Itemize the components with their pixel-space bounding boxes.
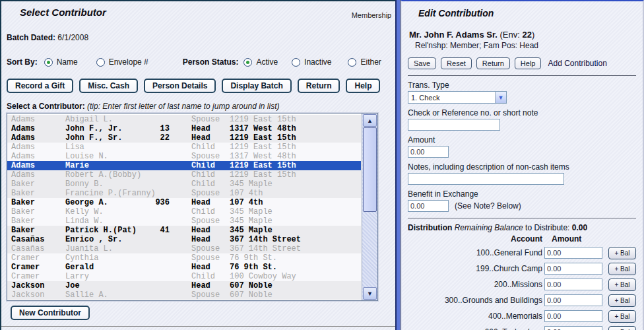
list-item[interactable]: Adams Louise N. Spouse 1317 West 48th xyxy=(7,152,361,161)
radio-label: Envelope # xyxy=(109,57,148,67)
cell-first-name: Juanita L. xyxy=(65,244,151,253)
list-scrollbar[interactable]: ▲ ▼ xyxy=(362,114,377,300)
list-item[interactable]: Jackson Joe Head 607 Noble xyxy=(7,281,361,290)
list-item[interactable]: Cramer Gerald Head 76 9th St. xyxy=(7,263,361,272)
benefit-input[interactable] xyxy=(408,200,449,212)
radio-icon[interactable] xyxy=(44,58,53,67)
list-item[interactable]: Cramer Larry Child 100 Cowboy Way xyxy=(7,272,361,281)
account-amount-input[interactable] xyxy=(544,247,602,259)
account-name: 199..Church Camp xyxy=(408,264,542,273)
trans-type-select[interactable]: 1. Check ▼ xyxy=(408,91,507,104)
account-amount-input[interactable] xyxy=(544,326,602,330)
env-prefix: (Env: xyxy=(500,30,523,40)
account-name: 400..Memorials xyxy=(408,312,542,321)
distribution-title: Distribution xyxy=(408,223,452,232)
cell-last-name: Adams xyxy=(11,170,65,180)
amount-label: Amount xyxy=(408,135,636,145)
cell-envelope xyxy=(151,161,170,170)
batch-dated-row: Batch Dated: 6/1/2008 xyxy=(7,33,395,42)
add-balance-button[interactable]: + Bal xyxy=(608,310,636,323)
radio-icon[interactable] xyxy=(348,58,356,67)
person-name: Mr. John F. Adams Sr. xyxy=(409,30,498,40)
amount-column-header: Amount xyxy=(552,234,581,244)
cell-envelope xyxy=(151,189,170,198)
list-item[interactable]: Baker Francine P.(Franny) Spouse 107 4th xyxy=(7,189,361,198)
chevron-down-icon[interactable]: ▼ xyxy=(495,92,506,103)
account-amount-input[interactable] xyxy=(544,310,602,322)
radio-icon[interactable] xyxy=(96,58,105,67)
add-balance-button[interactable]: + Bal xyxy=(608,279,636,291)
cell-address: 100 Cowboy Way xyxy=(230,272,296,281)
status-either-radio[interactable]: Either xyxy=(348,57,381,67)
list-item[interactable]: Casañas Enrico , Sr. Head 367 14th Stree… xyxy=(7,235,361,244)
add-balance-button[interactable]: + Bal xyxy=(608,247,636,259)
status-active-radio[interactable]: Active xyxy=(243,57,278,67)
cell-last-name: Baker xyxy=(11,207,65,216)
check-ref-input[interactable] xyxy=(408,119,500,131)
list-item[interactable]: Casañas Juanita L. Spouse 367 14th Stree… xyxy=(7,244,361,253)
cell-last-name: Cramer xyxy=(11,263,65,272)
cell-first-name: Kelly W. xyxy=(65,207,151,216)
sort-by-envelope-radio[interactable]: Envelope # xyxy=(96,57,148,67)
list-item[interactable]: Baker Linda W. Spouse 345 Maple xyxy=(7,216,361,226)
account-amount-input[interactable] xyxy=(544,294,602,306)
add-balance-button[interactable]: + Bal xyxy=(608,294,636,307)
remaining-balance-value: 0.00 xyxy=(572,223,587,232)
misc-cash-button[interactable]: Misc. Cash xyxy=(79,79,138,93)
radio-icon[interactable] xyxy=(292,58,300,67)
list-item[interactable]: Adams Robert A.(Bobby) Child 1219 East 1… xyxy=(7,170,361,180)
distribution-column-headers: Account Amount xyxy=(408,234,636,244)
scrollbar-thumb[interactable] xyxy=(363,127,377,212)
display-batch-button[interactable]: Display Batch xyxy=(222,79,291,93)
cell-address: 1219 East 15th xyxy=(230,161,296,170)
record-a-gift-button[interactable]: Record a Gift xyxy=(7,79,73,93)
reset-button[interactable]: Reset xyxy=(441,57,472,69)
list-item[interactable]: Baker Bonny B. Child 345 Maple xyxy=(7,180,361,189)
save-button[interactable]: Save xyxy=(408,57,436,69)
cell-last-name: Adams xyxy=(11,115,65,124)
add-balance-button[interactable]: + Bal xyxy=(608,326,636,330)
cell-address: 367 14th Street xyxy=(230,244,301,253)
list-item[interactable]: Adams John F., Sr. 22 Head 1219 East 15t… xyxy=(7,133,361,143)
account-column-header: Account xyxy=(408,234,542,244)
cell-envelope xyxy=(151,281,170,290)
cell-envelope xyxy=(151,115,170,124)
list-item[interactable]: Adams Marie Child 1219 East 15th xyxy=(7,161,361,170)
list-item[interactable]: Baker Kelly W. Child 345 Maple xyxy=(7,207,361,216)
person-details-button[interactable]: Person Details xyxy=(144,79,216,93)
list-item[interactable]: Adams John F., Jr. 13 Head 1317 West 48t… xyxy=(7,124,361,133)
new-contributor-row: New Contributor xyxy=(11,306,395,320)
distribution-row: 200..Missions + Bal xyxy=(408,278,636,291)
cell-last-name: Adams xyxy=(11,161,65,170)
cell-address: 345 Maple xyxy=(230,226,273,235)
list-item[interactable]: Cramer Cynthia Spouse 76 9th St. xyxy=(7,253,361,263)
cell-position: Spouse xyxy=(191,290,227,300)
new-contributor-button[interactable]: New Contributor xyxy=(11,306,90,320)
list-item[interactable]: Jackson Sallie A. Spouse 607 Noble xyxy=(7,290,361,300)
batch-dated-value: 6/1/2008 xyxy=(57,33,88,42)
scroll-down-icon[interactable]: ▼ xyxy=(363,287,377,300)
membership-nav-link[interactable]: Membership xyxy=(352,7,392,19)
notes-input[interactable] xyxy=(408,173,564,185)
add-balance-button[interactable]: + Bal xyxy=(608,263,636,275)
account-amount-input[interactable] xyxy=(544,263,602,275)
return-button[interactable]: Return xyxy=(298,79,340,93)
cell-first-name: Bonny B. xyxy=(65,180,151,189)
scroll-up-icon[interactable]: ▲ xyxy=(363,114,377,127)
distribution-rows: 100..General Fund + Bal 199..Church Camp… xyxy=(408,246,636,330)
list-item[interactable]: Baker Patrick H.(Pat) 41 Head 345 Maple xyxy=(7,226,361,235)
return-button-right[interactable]: Return xyxy=(476,57,510,69)
help-button-right[interactable]: Help xyxy=(515,57,542,69)
radio-icon[interactable] xyxy=(243,58,252,67)
cell-address: 607 Noble xyxy=(230,281,273,290)
help-button[interactable]: Help xyxy=(346,79,380,93)
list-item[interactable]: Baker George A. 936 Head 107 4th xyxy=(7,198,361,207)
list-item[interactable]: Adams Abigail L. Spouse 1219 East 15th xyxy=(7,115,361,124)
list-item[interactable]: Adams Lisa Child 1219 East 15th xyxy=(7,143,361,152)
status-inactive-radio[interactable]: Inactive xyxy=(292,57,331,67)
sort-by-name-radio[interactable]: Name xyxy=(44,57,78,67)
cell-envelope: 41 xyxy=(151,226,170,235)
amount-input[interactable] xyxy=(408,146,449,158)
account-amount-input[interactable] xyxy=(544,279,602,290)
cell-last-name: Baker xyxy=(11,180,65,189)
